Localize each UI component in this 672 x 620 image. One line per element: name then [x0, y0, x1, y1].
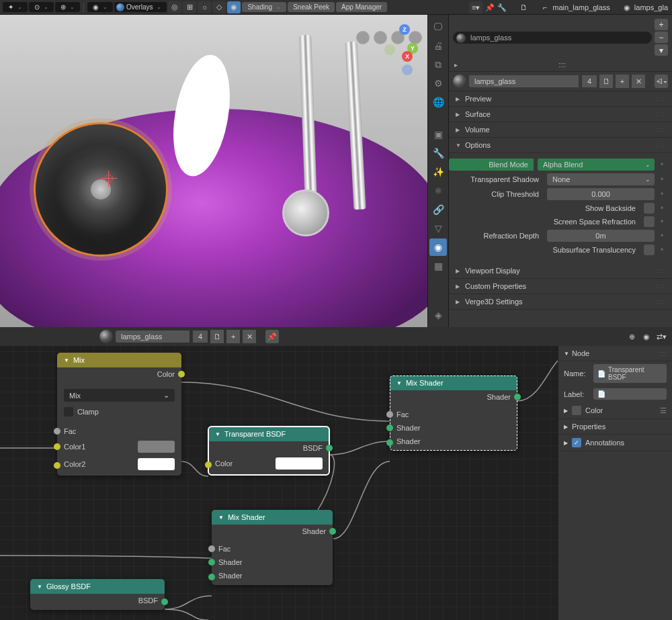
nav-gizmo[interactable]: Z Y X — [380, 24, 421, 64]
tab-data[interactable]: ▽ — [429, 220, 447, 237]
ne-tools-3[interactable]: ⇄▾ — [655, 330, 668, 343]
unlink-material-button[interactable]: ✕ — [632, 75, 645, 88]
transparent-shadow-field[interactable]: None⌄ — [547, 173, 655, 185]
socket-color-in[interactable] — [205, 461, 212, 468]
clip-threshold-field[interactable]: 0.000 — [547, 188, 655, 200]
ne-copy-button[interactable]: + — [226, 330, 240, 343]
toggle-4[interactable]: ◇ — [212, 1, 226, 13]
node-editor[interactable]: lamps_glass 4 🗋 + ✕ 📌 ⊕ ◉ ⇄▾ ▼Node:::: N… — [0, 327, 672, 620]
breadcrumb-material[interactable]: lamps_gla — [634, 3, 668, 11]
material-name-field[interactable]: lamps_glass — [469, 75, 579, 87]
ne-new-button[interactable]: 🗋 — [210, 330, 224, 343]
vp-overlay-camera-icon[interactable] — [356, 31, 370, 44]
visibility-menu[interactable]: ◉⌄ — [87, 2, 113, 12]
gizmo-neg-z[interactable] — [402, 64, 413, 75]
ns-section-annotations[interactable]: ▶✓Annotations — [558, 435, 672, 451]
node-toggle-button[interactable]: ⩤▾ — [655, 75, 668, 88]
slot-prev[interactable]: ▸ — [454, 61, 458, 69]
tab-texture[interactable]: ▦ — [429, 257, 447, 275]
ns-color-check[interactable] — [572, 406, 581, 415]
overlays-dropdown[interactable]: Overlays⌄ — [114, 2, 167, 12]
tab-render[interactable]: 🖵 — [429, 18, 447, 36]
interaction-mode[interactable]: ✦⌄ — [3, 2, 28, 12]
show-backside-checkbox[interactable] — [644, 203, 655, 214]
tab-object[interactable]: ▣ — [429, 126, 447, 143]
tab-scene[interactable]: ⚙ — [429, 75, 447, 92]
breadcrumb-object[interactable]: main_lamp_glass — [552, 3, 610, 11]
section-preview[interactable]: ▶Preview:::: — [449, 91, 672, 107]
ne-unlink-button[interactable]: ✕ — [243, 330, 256, 343]
option-anim-dot[interactable]: • — [659, 160, 665, 169]
socket-sh2[interactable] — [386, 439, 393, 446]
section-viewport-display[interactable]: ▶Viewport Display:::: — [449, 263, 672, 279]
toggle-2[interactable]: ⊞ — [183, 1, 196, 13]
sss-checkbox[interactable] — [644, 245, 655, 255]
ns-section-node[interactable]: ▼Node:::: — [558, 346, 672, 361]
gizmo-z[interactable]: Z — [399, 24, 410, 35]
browse-material-icon[interactable] — [453, 75, 466, 88]
editor-type-icon[interactable]: ≡▾ — [469, 1, 482, 13]
ns-section-properties[interactable]: ▶Properties — [558, 419, 672, 435]
sneak-peek-button[interactable]: Sneak Peek — [288, 2, 335, 12]
ns-section-color[interactable]: ▶Color☰ — [558, 402, 672, 419]
slot-menu-button[interactable]: ▾ — [655, 44, 668, 56]
app-manager-button[interactable]: App Manager — [336, 2, 387, 12]
ns-label-input[interactable]: 📄 — [593, 388, 667, 400]
glossy-header[interactable]: ▼Glossy BSDF — [30, 579, 165, 594]
socket-fac[interactable] — [54, 428, 60, 435]
section-custom-properties[interactable]: ▶Custom Properties:::: — [449, 279, 672, 294]
ns-name-input[interactable]: 📄 Transparent BSDF — [593, 364, 667, 383]
mix-color1-swatch[interactable] — [138, 441, 175, 453]
ns-annotations-check[interactable]: ✓ — [572, 438, 581, 447]
socket-fac[interactable] — [386, 411, 393, 418]
node-mix-shader-2[interactable]: ▼Mix Shader Shader Fac Shader Shader — [212, 510, 333, 585]
transparent-header[interactable]: ▼Transparent BSDF — [208, 427, 329, 441]
tab-modifiers[interactable]: 🔧 — [429, 144, 447, 162]
gizmo-neg-y[interactable] — [384, 44, 395, 55]
tab-physics[interactable]: ⚛ — [429, 182, 447, 200]
mixsh1-header[interactable]: ▼Mix Shader — [390, 375, 517, 390]
socket-out[interactable] — [178, 371, 185, 378]
mixsh2-header[interactable]: ▼Mix Shader — [212, 510, 333, 525]
mix-blend-type[interactable]: Mix⌄ — [64, 389, 175, 402]
pin-icon[interactable]: 📌 — [485, 3, 495, 12]
ne-material-name[interactable]: lamps_glass — [116, 330, 190, 343]
node-mix-header[interactable]: ▼Mix — [57, 353, 181, 367]
socket-out[interactable] — [161, 599, 168, 605]
tab-material[interactable]: ◉ — [429, 238, 447, 256]
socket-out[interactable] — [329, 528, 336, 535]
node-transparent-bsdf[interactable]: ▼Transparent BSDF BSDF Color — [208, 427, 329, 475]
tab-constraints[interactable]: 🔗 — [429, 201, 447, 218]
slot-remove-button[interactable]: − — [655, 32, 668, 43]
ne-material-icon[interactable] — [99, 330, 113, 343]
socket-c2[interactable] — [54, 462, 60, 469]
node-mix-shader-1[interactable]: ▼Mix Shader Shader Fac Shader Shader — [390, 375, 517, 451]
material-user-count[interactable]: 4 — [581, 75, 597, 87]
tab-world[interactable]: 🌐 — [429, 93, 447, 111]
socket-fac[interactable] — [208, 545, 215, 552]
filter-icon[interactable]: 🔧 — [497, 3, 507, 12]
socket-sh2[interactable] — [208, 574, 215, 580]
mix-clamp-checkbox[interactable] — [64, 407, 73, 416]
refraction-depth-field[interactable]: 0m — [547, 230, 655, 242]
section-volume[interactable]: ▶Volume:::: — [449, 122, 672, 138]
ssr-checkbox[interactable] — [644, 216, 655, 227]
shading-dropdown[interactable]: Shading⌄ — [242, 2, 286, 12]
tab-particles[interactable]: ✨ — [429, 163, 447, 181]
snap-mode[interactable]: ⊕⌄ — [55, 2, 80, 12]
node-glossy-bsdf[interactable]: ▼Glossy BSDF BSDF — [30, 579, 165, 610]
new-material-button[interactable]: 🗋 — [599, 75, 613, 88]
socket-bsdf-out[interactable] — [326, 445, 333, 451]
tab-output[interactable]: 🖨 — [429, 37, 447, 54]
socket-out[interactable] — [514, 394, 521, 400]
toggle-1[interactable]: ◎ — [168, 1, 181, 13]
material-slot[interactable]: lamps_glass — [453, 32, 652, 44]
gizmo-x[interactable]: X — [402, 51, 413, 62]
pivot-mode[interactable]: ⊙⌄ — [29, 2, 54, 12]
toggle-3[interactable]: ○ — [198, 1, 211, 13]
section-verge3d[interactable]: ▶Verge3D Settings:::: — [449, 294, 672, 310]
tab-verge3d[interactable]: ◈ — [429, 306, 447, 324]
blend-mode-field[interactable]: Alpha Blend⌄ — [538, 159, 655, 171]
socket-sh1[interactable] — [208, 559, 215, 566]
tab-viewlayer[interactable]: ⧉ — [429, 56, 447, 73]
